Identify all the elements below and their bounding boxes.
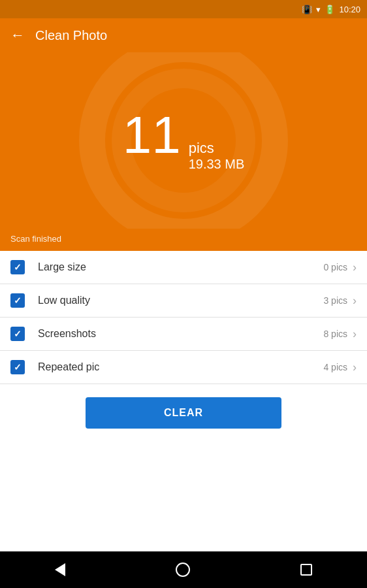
- hero-count: 11: [123, 109, 181, 161]
- page-title: Clean Photo: [35, 28, 107, 43]
- checkbox-screenshots[interactable]: ✓: [10, 327, 25, 341]
- status-icons: 📳 ▾ 🔋 10:20: [302, 5, 360, 14]
- label-large-size: Large size: [38, 261, 323, 273]
- category-list: ✓ Large size 0 pics › ✓ Low quality 3 pi…: [0, 251, 367, 384]
- nav-home-button[interactable]: [176, 563, 190, 577]
- label-repeated-pic: Repeated pic: [38, 361, 323, 373]
- clear-button[interactable]: CLEAR: [86, 397, 281, 429]
- count-screenshots: 8 pics: [323, 329, 347, 339]
- battery-icon: 🔋: [325, 5, 335, 14]
- list-item-screenshots[interactable]: ✓ Screenshots 8 pics ›: [0, 318, 367, 351]
- count-repeated-pic: 4 pics: [323, 362, 347, 372]
- status-time: 10:20: [339, 5, 360, 14]
- hero-right: pics 19.33 MB: [189, 140, 245, 172]
- list-item-repeated-pic[interactable]: ✓ Repeated pic 4 pics ›: [0, 351, 367, 384]
- clear-button-container: CLEAR: [0, 384, 367, 442]
- hero-pics-label: pics: [189, 140, 245, 157]
- hero-section: 11 pics 19.33 MB: [0, 52, 367, 229]
- chevron-screenshots: ›: [353, 327, 357, 341]
- checkbox-low-quality[interactable]: ✓: [10, 293, 25, 308]
- checkmark-large-size: ✓: [14, 262, 22, 272]
- checkmark-low-quality: ✓: [14, 295, 22, 306]
- back-button[interactable]: ←: [10, 27, 25, 44]
- list-item-large-size[interactable]: ✓ Large size 0 pics ›: [0, 251, 367, 284]
- nav-back-button[interactable]: [55, 563, 65, 576]
- list-item-low-quality[interactable]: ✓ Low quality 3 pics ›: [0, 284, 367, 318]
- hero-size-label: 19.33 MB: [189, 157, 245, 172]
- label-low-quality: Low quality: [38, 295, 323, 306]
- count-low-quality: 3 pics: [323, 295, 347, 306]
- vibrate-icon: 📳: [302, 5, 312, 14]
- label-screenshots: Screenshots: [38, 328, 323, 340]
- count-large-size: 0 pics: [323, 262, 347, 272]
- chevron-large-size: ›: [353, 261, 357, 274]
- bottom-nav: [0, 551, 367, 588]
- chevron-repeated-pic: ›: [353, 361, 357, 374]
- chevron-low-quality: ›: [353, 294, 357, 308]
- scan-finished-bar: Scan finished: [0, 229, 367, 251]
- checkmark-repeated-pic: ✓: [14, 362, 22, 372]
- wifi-icon: ▾: [316, 5, 321, 14]
- checkbox-repeated-pic[interactable]: ✓: [10, 360, 25, 374]
- checkmark-screenshots: ✓: [14, 329, 22, 339]
- nav-recent-button[interactable]: [300, 564, 312, 576]
- checkbox-large-size[interactable]: ✓: [10, 260, 25, 274]
- hero-count-row: 11 pics 19.33 MB: [123, 109, 245, 172]
- scan-finished-text: Scan finished: [10, 234, 61, 244]
- top-bar: ← Clean Photo: [0, 18, 367, 52]
- status-bar: 📳 ▾ 🔋 10:20: [0, 0, 367, 18]
